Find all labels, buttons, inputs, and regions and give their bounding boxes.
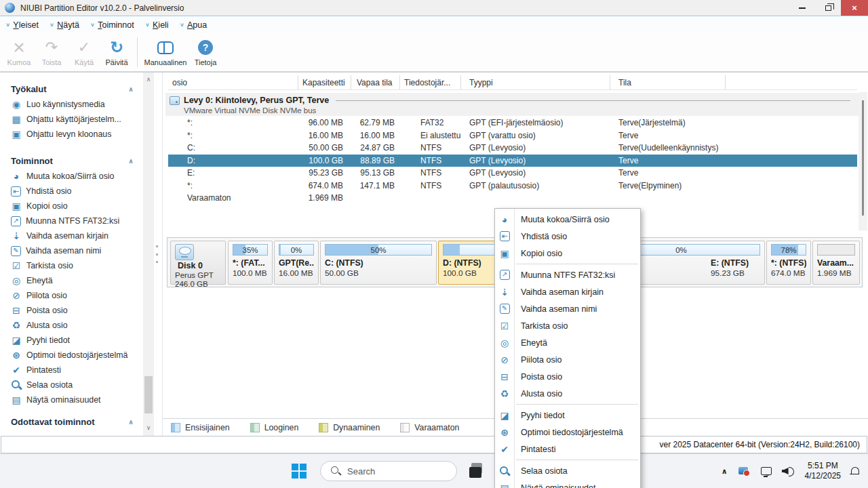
sidebar-section-tyokalut[interactable]: Työkalut (0, 81, 143, 97)
sidebar-item-properties[interactable]: Näytä ominaisuudet (0, 392, 143, 407)
collapse-icon[interactable] (128, 156, 134, 165)
taskbar-app-icon[interactable] (469, 462, 487, 480)
sidebar-item-format[interactable]: Alusta osio (0, 318, 143, 333)
scroll-down-icon[interactable] (143, 422, 154, 433)
rename-icon (500, 304, 510, 314)
sidebar-section-toiminnot[interactable]: Toiminnot (0, 152, 143, 169)
table-row-selected[interactable]: D:100.0 GB88.89 GBNTFSGPT (Levyosio)Terv… (168, 155, 857, 167)
sidebar-item-check[interactable]: Tarkista osio (0, 258, 143, 273)
splitter-handle[interactable] (156, 245, 159, 263)
disk-group-row[interactable]: Levy 0: Kiintolevy, Perus GPT, Terve VMw… (165, 93, 859, 116)
sidebar-item-os-migration[interactable]: Ohjattu käyttöjärjestelm... (0, 112, 143, 127)
sidebar-item-merge[interactable]: Yhdistä osio (0, 184, 143, 199)
menu-nayta[interactable]: Näytä (50, 20, 79, 30)
scrollbar-thumb[interactable] (144, 376, 153, 413)
sidebar-item-convert[interactable]: Muunna NTFS FAT32:ksi (0, 214, 143, 228)
context-check[interactable]: Tarkista osio (495, 317, 640, 334)
redo-button[interactable]: Toista (35, 35, 68, 70)
column-header-osio[interactable]: osio (168, 75, 298, 89)
column-header-kapasiteetti[interactable]: Kapasiteetti (298, 75, 351, 89)
partition-block-efi[interactable]: 35% *: (FAT... 100.0 MB (228, 241, 273, 285)
context-convert[interactable]: Muunna NTFS FAT32:ksi (495, 266, 640, 283)
context-surface-test[interactable]: Pintatesti (495, 441, 640, 458)
table-row[interactable]: Varaamaton1.969 MB (168, 192, 857, 205)
close-button[interactable]: × (841, 0, 868, 16)
scrollbar-thumb[interactable] (862, 100, 864, 216)
copy-partition-icon (499, 248, 510, 259)
column-header-tyyppi[interactable]: Tyyppi (461, 75, 610, 89)
table-row[interactable]: C:50.00 GB24.87 GBNTFSGPT (Levyosio)Terv… (168, 142, 857, 155)
sidebar-item-resize-move[interactable]: Muuta kokoa/Siirrä osio (0, 169, 143, 184)
context-hide[interactable]: Piilota osio (495, 351, 640, 368)
sidebar-item-rename[interactable]: Vaihda aseman nimi (0, 243, 143, 258)
column-header-tiedostojarjestelma[interactable]: Tiedostojär... (400, 75, 461, 89)
surface-test-icon (499, 444, 510, 455)
sidebar-item-create-media[interactable]: Luo käynnistysmedia (0, 97, 143, 112)
context-defrag[interactable]: Eheytä (495, 334, 640, 351)
context-drive-letter[interactable]: Vaihda aseman kirjain (495, 283, 640, 300)
context-delete[interactable]: Poista osio (495, 368, 640, 385)
taskbar-clock[interactable]: 5:51 PM 4/12/2025 (805, 461, 841, 481)
tray-disk-alert-icon[interactable] (738, 466, 750, 476)
menu-toiminnot[interactable]: Toiminnot (90, 20, 134, 30)
partition-block-recovery[interactable]: 78% *: (NTFS) 674.0 MB (766, 241, 811, 285)
convert-fs-icon (500, 270, 510, 280)
menu-kieli[interactable]: Kieli (145, 20, 169, 30)
menu-yleiset[interactable]: Yleiset (5, 20, 39, 30)
sidebar-item-hide[interactable]: Piilota osio (0, 288, 143, 303)
tray-chevron-up-icon[interactable] (722, 467, 728, 476)
column-header-tila[interactable]: Tila (610, 75, 726, 89)
collapse-icon[interactable] (128, 84, 134, 94)
network-icon[interactable] (761, 466, 772, 476)
partition-block-c[interactable]: 50% C: (NTFS) 50.00 GB (320, 241, 437, 285)
context-properties[interactable]: Näytä ominaisuudet (495, 479, 640, 488)
column-header-vapaa-tila[interactable]: Vapaa tila (351, 75, 400, 89)
chevron-down-icon (145, 22, 150, 28)
context-format[interactable]: Alusta osio (495, 385, 640, 402)
table-row[interactable]: *:674.0 MB147.1 MBNTFSGPT (palautusosio)… (168, 180, 857, 192)
scroll-up-icon[interactable] (143, 74, 154, 85)
context-explore[interactable]: Selaa osiota (495, 462, 640, 479)
sidebar-item-disk-clone[interactable]: Ohjattu levyn kloonaus (0, 127, 143, 142)
merge-partition-icon (11, 186, 21, 197)
search-input[interactable]: Search (320, 461, 457, 481)
context-wipe[interactable]: Pyyhi tiedot (495, 407, 640, 424)
partition-block-unallocated[interactable]: Varaam... 1.969 MB (812, 241, 860, 285)
disk-group-title: Levy 0: Kiintolevy, Perus GPT, Terve (184, 96, 329, 105)
sidebar-item-wipe[interactable]: Pyyhi tiedot (0, 333, 143, 348)
about-button[interactable]: Tietoja (189, 35, 222, 70)
notification-bell-icon[interactable] (850, 467, 859, 476)
undo-button[interactable]: Kumoa (3, 35, 35, 70)
disk-info-block[interactable]: Disk 0 Perus GPT 246.0 GB (170, 241, 226, 285)
context-rename[interactable]: Vaihda aseman nimi (495, 300, 640, 317)
speaker-icon[interactable] (782, 466, 794, 476)
context-merge[interactable]: Yhdistä osio (495, 228, 640, 245)
usage-bar: 0% (279, 244, 314, 256)
sidebar-section-odottavat[interactable]: Odottavat toiminnot (0, 413, 143, 430)
context-copy[interactable]: Kopioi osio (495, 245, 640, 262)
partition-block-reserved[interactable]: 0% GPT(Re... 16.00 MB (274, 241, 319, 285)
minimize-button[interactable] (789, 0, 815, 16)
sidebar-item-surface-test[interactable]: Pintatesti (0, 363, 143, 378)
table-row[interactable]: *:16.00 MB16.00 MBEi alustettuGPT (varat… (168, 129, 857, 142)
menu-apua[interactable]: Apua (180, 20, 208, 30)
table-row[interactable]: *:96.00 MB62.79 MBFAT32GPT (EFI-järjeste… (168, 117, 857, 129)
refresh-button[interactable]: Päivitä (100, 35, 133, 70)
sidebar-item-optimize[interactable]: Optimoi tiedostojärjestelmä (0, 348, 143, 363)
context-resize-move[interactable]: Muuta kokoa/Siirrä osio (495, 211, 640, 228)
table-scrollbar[interactable] (859, 92, 867, 230)
toolbar: Kumoa Toista Käytä Päivitä Manuaalinen T… (0, 33, 868, 72)
restore-button[interactable] (815, 0, 841, 16)
sidebar-item-drive-letter[interactable]: Vaihda aseman kirjain (0, 228, 143, 243)
table-row[interactable]: E:95.23 GB95.13 GBNTFSGPT (Levyosio)Terv… (168, 167, 857, 180)
start-button[interactable] (292, 464, 307, 479)
collapse-icon[interactable] (128, 417, 134, 426)
sidebar-item-explore[interactable]: Selaa osiota (0, 378, 143, 392)
context-optimize[interactable]: Optimoi tiedostojärjestelmä (495, 424, 640, 441)
sidebar-item-defrag[interactable]: Eheytä (0, 273, 143, 288)
manual-button[interactable]: Manuaalinen (142, 35, 189, 70)
sidebar-scrollbar[interactable] (143, 73, 154, 436)
sidebar-item-copy[interactable]: Kopioi osio (0, 199, 143, 214)
sidebar-item-delete[interactable]: Poista osio (0, 303, 143, 318)
apply-button[interactable]: Käytä (68, 35, 100, 70)
